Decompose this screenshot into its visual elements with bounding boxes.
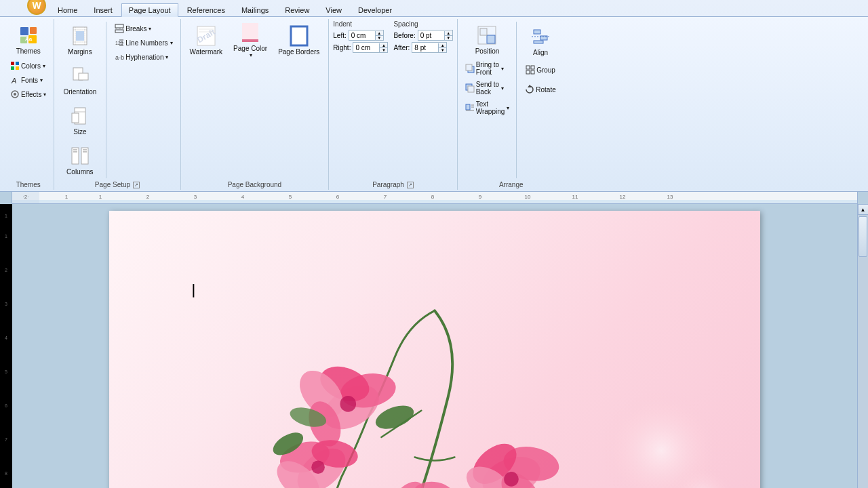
align-button[interactable]: Align: [520, 22, 560, 60]
group-button[interactable]: Group: [520, 60, 560, 79]
svg-text:1: 1: [65, 194, 68, 200]
scrollbar-thumb[interactable]: [859, 216, 867, 257]
office-logo[interactable]: W: [27, 0, 46, 15]
fonts-button[interactable]: A Fonts ▾: [7, 73, 50, 87]
svg-text:1: 1: [5, 234, 7, 239]
breaks-label: Breaks: [125, 25, 146, 33]
indent-right-label: Right:: [333, 44, 351, 52]
paragraph-expand[interactable]: ↗: [407, 182, 414, 188]
svg-text:Aa: Aa: [25, 36, 33, 42]
svg-rect-63: [531, 70, 534, 74]
spacing-before-input[interactable]: 0 pt ▲ ▼: [418, 30, 453, 41]
bring-to-front-label: Bring toFront: [476, 61, 499, 76]
page-background-buttons: Draft Watermark Page Color: [185, 20, 325, 180]
ruler-side-left: [0, 192, 12, 204]
watermark-label: Watermark: [190, 48, 223, 56]
page-borders-label: Page Borders: [278, 48, 319, 56]
svg-rect-66: [12, 192, 857, 200]
tab-view[interactable]: View: [318, 3, 349, 16]
text-wrapping-button[interactable]: TextWrapping ▾: [462, 98, 513, 117]
fonts-dropdown-icon: ▾: [40, 77, 43, 83]
line-numbers-label: Line Numbers: [125, 39, 167, 47]
indent-right-up[interactable]: ▲: [380, 43, 387, 48]
rotate-button[interactable]: Rotate: [520, 80, 560, 99]
spacing-before-up[interactable]: ▲: [445, 31, 452, 36]
themes-button[interactable]: Aa Themes: [7, 20, 50, 58]
tab-insert[interactable]: Insert: [86, 3, 120, 16]
indent-left-down[interactable]: ▼: [376, 36, 383, 40]
svg-text:1: 1: [99, 194, 102, 200]
spacing-after-up[interactable]: ▲: [439, 43, 446, 48]
svg-text:12: 12: [620, 194, 626, 200]
tab-developer[interactable]: Developer: [351, 3, 399, 16]
svg-text:3: 3: [194, 194, 197, 200]
hyphenation-label: Hyphenation: [125, 54, 163, 61]
breaks-button[interactable]: Breaks ▾: [111, 22, 176, 35]
colors-label: Colors: [21, 62, 41, 70]
indent-left-input[interactable]: 0 cm ▲ ▼: [349, 30, 384, 41]
svg-text:3: 3: [5, 302, 7, 306]
tab-mailings[interactable]: Mailings: [234, 3, 276, 16]
hyphenation-button[interactable]: a-b Hyphenation ▾: [111, 50, 176, 64]
svg-rect-0: [20, 27, 28, 35]
page-background-group-label: Page Background: [185, 180, 325, 188]
fonts-label: Fonts: [21, 77, 38, 84]
position-button[interactable]: Position: [462, 20, 513, 58]
watermark-button[interactable]: Draft Watermark: [185, 20, 228, 60]
scrollbar-up-button[interactable]: ▲: [858, 204, 869, 215]
effects-button[interactable]: Effects ▾: [7, 87, 50, 101]
size-button[interactable]: Size: [58, 100, 101, 140]
svg-text:A: A: [11, 77, 16, 85]
send-to-back-button[interactable]: Send toBack ▾: [462, 79, 513, 98]
page-borders-button[interactable]: Page Borders: [273, 20, 324, 60]
spacing-after-input[interactable]: 8 pt ▲ ▼: [412, 42, 447, 53]
svg-rect-83: [0, 204, 12, 488]
indent-right-input[interactable]: 0 cm ▲ ▼: [353, 42, 388, 53]
spacing-after-down[interactable]: ▼: [439, 48, 446, 52]
separator-1: [106, 22, 106, 178]
effects-label: Effects: [21, 91, 41, 98]
spacing-label: Spacing: [393, 20, 452, 28]
spacing-before-down[interactable]: ▼: [445, 36, 452, 40]
indent-right-down[interactable]: ▼: [380, 48, 387, 52]
ribbon-group-paragraph: Indent Left: 0 cm ▲ ▼: [329, 19, 457, 190]
svg-rect-51: [468, 86, 474, 92]
indent-left-up[interactable]: ▲: [376, 31, 383, 36]
svg-rect-7: [11, 66, 14, 70]
send-to-back-label: Send toBack: [476, 81, 499, 96]
align-icon: [530, 26, 551, 47]
ruler-container: ·2· 1 1 2 3 4 5 6 7 8 9 10 11 12 13: [0, 192, 868, 204]
svg-text:5: 5: [5, 369, 7, 374]
orientation-button[interactable]: Orientation: [58, 60, 101, 100]
svg-rect-23: [72, 148, 79, 164]
svg-rect-8: [16, 66, 19, 70]
svg-rect-6: [16, 62, 19, 65]
send-to-back-arrow: ▾: [501, 85, 504, 92]
page-borders-icon: [288, 25, 310, 47]
tab-review[interactable]: Review: [277, 3, 317, 16]
orientation-icon: [69, 65, 91, 87]
tab-home[interactable]: Home: [50, 3, 85, 16]
page-setup-buttons: Margins Orientation: [58, 20, 176, 180]
colors-dropdown-icon: ▾: [43, 63, 45, 69]
svg-point-115: [311, 460, 325, 474]
arrange-group-label: Arrange: [462, 180, 561, 188]
svg-text:5: 5: [289, 194, 292, 200]
orientation-label: Orientation: [63, 88, 96, 96]
ruler-side-right: [857, 192, 868, 204]
bring-to-front-button[interactable]: Bring toFront ▾: [462, 59, 513, 78]
page-setup-expand[interactable]: ↗: [133, 182, 140, 188]
page-color-button[interactable]: Page Color ▾: [229, 20, 272, 60]
margins-button[interactable]: Margins: [58, 20, 101, 60]
svg-rect-41: [242, 23, 258, 39]
svg-rect-29: [115, 24, 123, 28]
tab-references[interactable]: References: [180, 3, 233, 16]
columns-button[interactable]: Columns: [58, 140, 101, 180]
hyphenation-arrow: ▾: [165, 54, 168, 60]
colors-button[interactable]: Colors ▾: [7, 59, 50, 73]
tab-page-layout[interactable]: Page Layout: [121, 3, 178, 17]
svg-text:2: 2: [5, 268, 7, 272]
svg-text:8: 8: [431, 194, 435, 200]
svg-rect-61: [531, 66, 534, 69]
line-numbers-button[interactable]: 123 Line Numbers ▾: [111, 36, 176, 49]
